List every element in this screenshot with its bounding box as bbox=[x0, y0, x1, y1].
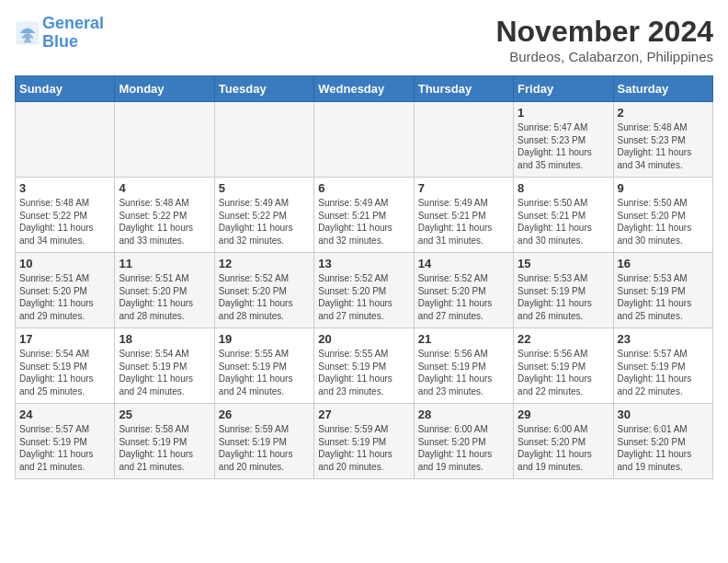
day-info: Sunrise: 5:55 AM Sunset: 5:19 PM Dayligh… bbox=[318, 348, 409, 397]
day-info: Sunrise: 5:53 AM Sunset: 5:19 PM Dayligh… bbox=[518, 272, 609, 322]
day-number: 2 bbox=[618, 106, 709, 120]
calendar-cell: 19Sunrise: 5:55 AM Sunset: 5:19 PM Dayli… bbox=[214, 328, 313, 404]
day-number: 1 bbox=[518, 106, 609, 120]
day-number: 21 bbox=[418, 332, 509, 346]
calendar-cell bbox=[414, 102, 513, 178]
day-info: Sunrise: 5:56 AM Sunset: 5:19 PM Dayligh… bbox=[418, 348, 509, 397]
weekday-header: Wednesday bbox=[314, 76, 414, 102]
logo: General Blue bbox=[15, 15, 104, 52]
calendar-week-row: 10Sunrise: 5:51 AM Sunset: 5:20 PM Dayli… bbox=[16, 253, 713, 328]
day-number: 13 bbox=[318, 257, 409, 270]
weekday-header-row: SundayMondayTuesdayWednesdayThursdayFrid… bbox=[16, 76, 713, 102]
day-info: Sunrise: 5:52 AM Sunset: 5:20 PM Dayligh… bbox=[418, 272, 509, 322]
day-number: 14 bbox=[418, 257, 509, 270]
weekday-header: Sunday bbox=[16, 76, 115, 102]
day-number: 4 bbox=[119, 181, 210, 195]
calendar-cell: 23Sunrise: 5:57 AM Sunset: 5:19 PM Dayli… bbox=[613, 328, 712, 404]
day-info: Sunrise: 5:48 AM Sunset: 5:22 PM Dayligh… bbox=[19, 197, 110, 247]
calendar-cell: 7Sunrise: 5:49 AM Sunset: 5:21 PM Daylig… bbox=[414, 178, 513, 253]
day-number: 18 bbox=[119, 332, 210, 346]
day-info: Sunrise: 5:52 AM Sunset: 5:20 PM Dayligh… bbox=[318, 272, 409, 322]
day-number: 7 bbox=[418, 181, 509, 195]
day-info: Sunrise: 5:57 AM Sunset: 5:19 PM Dayligh… bbox=[618, 348, 709, 397]
calendar-cell: 5Sunrise: 5:49 AM Sunset: 5:22 PM Daylig… bbox=[214, 178, 313, 253]
calendar-week-row: 3Sunrise: 5:48 AM Sunset: 5:22 PM Daylig… bbox=[16, 178, 713, 253]
day-info: Sunrise: 5:47 AM Sunset: 5:23 PM Dayligh… bbox=[518, 121, 609, 171]
day-number: 9 bbox=[618, 181, 709, 195]
calendar-cell: 15Sunrise: 5:53 AM Sunset: 5:19 PM Dayli… bbox=[514, 253, 613, 328]
day-info: Sunrise: 5:57 AM Sunset: 5:19 PM Dayligh… bbox=[19, 423, 110, 473]
day-info: Sunrise: 6:00 AM Sunset: 5:20 PM Dayligh… bbox=[518, 423, 609, 473]
calendar-cell: 16Sunrise: 5:53 AM Sunset: 5:19 PM Dayli… bbox=[613, 253, 712, 328]
weekday-header: Tuesday bbox=[214, 76, 313, 102]
calendar-week-row: 1Sunrise: 5:47 AM Sunset: 5:23 PM Daylig… bbox=[16, 102, 713, 178]
day-number: 16 bbox=[618, 257, 709, 270]
day-info: Sunrise: 5:51 AM Sunset: 5:20 PM Dayligh… bbox=[119, 272, 210, 322]
day-number: 10 bbox=[19, 257, 110, 270]
day-number: 25 bbox=[119, 408, 210, 421]
day-info: Sunrise: 5:54 AM Sunset: 5:19 PM Dayligh… bbox=[119, 348, 210, 397]
calendar-cell: 1Sunrise: 5:47 AM Sunset: 5:23 PM Daylig… bbox=[514, 102, 613, 178]
day-number: 20 bbox=[318, 332, 409, 346]
day-number: 12 bbox=[219, 257, 310, 270]
day-number: 11 bbox=[119, 257, 210, 270]
calendar-cell: 22Sunrise: 5:56 AM Sunset: 5:19 PM Dayli… bbox=[514, 328, 613, 404]
day-info: Sunrise: 5:49 AM Sunset: 5:22 PM Dayligh… bbox=[219, 197, 310, 247]
day-info: Sunrise: 5:50 AM Sunset: 5:21 PM Dayligh… bbox=[518, 197, 609, 247]
calendar-cell: 3Sunrise: 5:48 AM Sunset: 5:22 PM Daylig… bbox=[16, 178, 115, 253]
day-info: Sunrise: 5:49 AM Sunset: 5:21 PM Dayligh… bbox=[318, 197, 409, 247]
calendar-cell: 2Sunrise: 5:48 AM Sunset: 5:23 PM Daylig… bbox=[613, 102, 712, 178]
day-info: Sunrise: 5:54 AM Sunset: 5:19 PM Dayligh… bbox=[19, 348, 110, 397]
calendar-cell: 11Sunrise: 5:51 AM Sunset: 5:20 PM Dayli… bbox=[115, 253, 214, 328]
calendar-week-row: 24Sunrise: 5:57 AM Sunset: 5:19 PM Dayli… bbox=[16, 404, 713, 479]
day-info: Sunrise: 5:52 AM Sunset: 5:20 PM Dayligh… bbox=[219, 272, 310, 322]
logo-line2: Blue bbox=[42, 32, 78, 51]
calendar-cell: 21Sunrise: 5:56 AM Sunset: 5:19 PM Dayli… bbox=[414, 328, 513, 404]
calendar-cell bbox=[16, 102, 115, 178]
calendar-cell: 29Sunrise: 6:00 AM Sunset: 5:20 PM Dayli… bbox=[514, 404, 613, 479]
day-info: Sunrise: 5:59 AM Sunset: 5:19 PM Dayligh… bbox=[219, 423, 310, 473]
day-number: 28 bbox=[418, 408, 509, 421]
day-number: 5 bbox=[219, 181, 310, 195]
day-info: Sunrise: 5:56 AM Sunset: 5:19 PM Dayligh… bbox=[518, 348, 609, 397]
calendar-cell bbox=[214, 102, 313, 178]
calendar-cell: 14Sunrise: 5:52 AM Sunset: 5:20 PM Dayli… bbox=[414, 253, 513, 328]
logo-line1: General bbox=[42, 14, 104, 32]
day-number: 8 bbox=[518, 181, 609, 195]
calendar-cell: 24Sunrise: 5:57 AM Sunset: 5:19 PM Dayli… bbox=[16, 404, 115, 479]
calendar-cell: 13Sunrise: 5:52 AM Sunset: 5:20 PM Dayli… bbox=[314, 253, 414, 328]
calendar-cell: 20Sunrise: 5:55 AM Sunset: 5:19 PM Dayli… bbox=[314, 328, 414, 404]
page-subtitle: Burdeos, Calabarzon, Philippines bbox=[495, 49, 713, 64]
calendar-cell: 17Sunrise: 5:54 AM Sunset: 5:19 PM Dayli… bbox=[16, 328, 115, 404]
day-number: 6 bbox=[318, 181, 409, 195]
logo-text: General Blue bbox=[42, 15, 104, 52]
day-info: Sunrise: 5:48 AM Sunset: 5:23 PM Dayligh… bbox=[618, 121, 709, 171]
day-info: Sunrise: 6:00 AM Sunset: 5:20 PM Dayligh… bbox=[418, 423, 509, 473]
day-info: Sunrise: 5:58 AM Sunset: 5:19 PM Dayligh… bbox=[119, 423, 210, 473]
calendar-cell: 10Sunrise: 5:51 AM Sunset: 5:20 PM Dayli… bbox=[16, 253, 115, 328]
calendar-cell: 12Sunrise: 5:52 AM Sunset: 5:20 PM Dayli… bbox=[214, 253, 313, 328]
calendar-cell bbox=[314, 102, 414, 178]
calendar-table: SundayMondayTuesdayWednesdayThursdayFrid… bbox=[15, 75, 713, 479]
calendar-cell: 27Sunrise: 5:59 AM Sunset: 5:19 PM Dayli… bbox=[314, 404, 414, 479]
day-number: 3 bbox=[19, 181, 110, 195]
day-number: 22 bbox=[518, 332, 609, 346]
calendar-cell: 30Sunrise: 6:01 AM Sunset: 5:20 PM Dayli… bbox=[613, 404, 712, 479]
day-info: Sunrise: 6:01 AM Sunset: 5:20 PM Dayligh… bbox=[618, 423, 709, 473]
weekday-header: Saturday bbox=[613, 76, 712, 102]
calendar-cell: 28Sunrise: 6:00 AM Sunset: 5:20 PM Dayli… bbox=[414, 404, 513, 479]
weekday-header: Monday bbox=[115, 76, 214, 102]
page-title: November 2024 bbox=[495, 15, 713, 49]
calendar-cell: 18Sunrise: 5:54 AM Sunset: 5:19 PM Dayli… bbox=[115, 328, 214, 404]
calendar-cell: 25Sunrise: 5:58 AM Sunset: 5:19 PM Dayli… bbox=[115, 404, 214, 479]
calendar-cell: 6Sunrise: 5:49 AM Sunset: 5:21 PM Daylig… bbox=[314, 178, 414, 253]
calendar-cell: 26Sunrise: 5:59 AM Sunset: 5:19 PM Dayli… bbox=[214, 404, 313, 479]
calendar-cell bbox=[115, 102, 214, 178]
day-number: 29 bbox=[518, 408, 609, 421]
day-number: 17 bbox=[19, 332, 110, 346]
calendar-cell: 4Sunrise: 5:48 AM Sunset: 5:22 PM Daylig… bbox=[115, 178, 214, 253]
day-info: Sunrise: 5:55 AM Sunset: 5:19 PM Dayligh… bbox=[219, 348, 310, 397]
weekday-header: Friday bbox=[514, 76, 613, 102]
day-info: Sunrise: 5:48 AM Sunset: 5:22 PM Dayligh… bbox=[119, 197, 210, 247]
day-number: 30 bbox=[618, 408, 709, 421]
